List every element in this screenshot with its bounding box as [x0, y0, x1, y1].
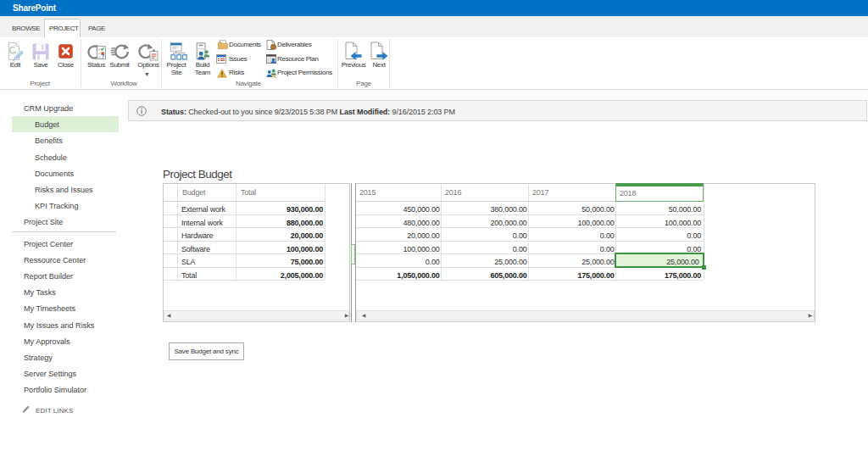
- svg-text:?: ?: [102, 53, 105, 59]
